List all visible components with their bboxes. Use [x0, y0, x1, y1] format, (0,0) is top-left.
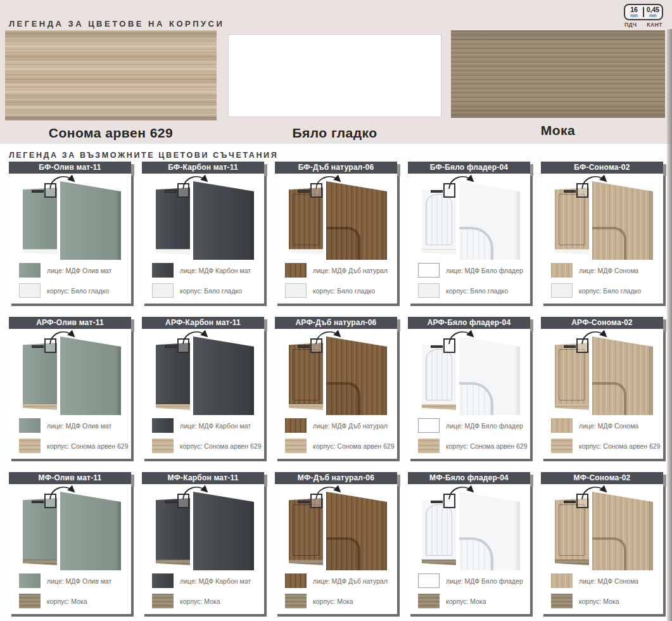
zoom-arrow-icon — [48, 328, 79, 345]
door-illustration — [9, 174, 131, 260]
korpus-legend-row: корпус: Бяло гладко — [285, 283, 397, 298]
face-color-swatch — [418, 418, 440, 433]
panel-bevel-edge — [248, 336, 254, 415]
face-label: лице: МДФ Карбон мат — [180, 422, 251, 430]
face-legend-row: лице: МДФ Сонома — [551, 263, 663, 278]
korpus-color-swatch — [551, 439, 573, 453]
door-handle — [298, 345, 310, 348]
face-label: лице: МДФ Карбон мат — [180, 577, 251, 585]
korpus-bottom-strip — [422, 249, 456, 255]
door-illustration — [275, 484, 397, 570]
korpus-color-swatch — [152, 439, 174, 453]
card-title: МФ-Олив мат-11 — [39, 473, 102, 482]
combination-card: МФ-Дъб натурал-06 — [275, 472, 397, 614]
combination-card: МФ-Карбон мат-11 — [142, 472, 264, 614]
zoom-arrow-icon — [48, 483, 79, 501]
door-handle — [564, 345, 576, 348]
face-color-swatch — [418, 573, 440, 588]
combination-card: БФ-Бяло фладер-04 — [408, 162, 530, 304]
face-legend-row: лице: МДФ Бяло фладер — [418, 418, 530, 433]
korpus-color-swatch — [551, 594, 573, 608]
card-body: лице: МДФ Бяло фладер корпус: Мока — [408, 484, 530, 614]
edge-spec-badge: 16 mm 0,45 mm ПДЧ КАНТ — [624, 4, 663, 28]
korpus-color-swatch — [418, 594, 440, 608]
korpus-legend-row: корпус: Мока — [418, 594, 530, 608]
korpus-legend-row: корпус: Бяло гладко — [418, 283, 530, 298]
combination-card: БФ-Олив мат-11 — [9, 162, 131, 304]
door-handle — [431, 345, 443, 348]
combination-card: БФ-Дъб натурал-06 — [275, 162, 397, 304]
door-handle — [165, 501, 177, 503]
zoom-arrow-icon — [48, 172, 79, 190]
zoom-arrow-icon — [580, 172, 611, 190]
korpus-bottom-strip — [23, 560, 57, 565]
face-color-swatch — [152, 263, 174, 278]
face-label: лице: МДФ Дъб натурал — [313, 577, 388, 585]
zoom-arrow-icon — [447, 483, 478, 501]
face-legend-row: лице: МДФ Дъб натурал — [285, 263, 397, 278]
card-body: лице: МДФ Сонома корпус: Сонома арвен 62… — [541, 329, 663, 459]
edge-thickness: 0,45 mm — [644, 6, 662, 18]
face-legend-row: лице: МДФ Бяло фладер — [418, 573, 530, 588]
door-handle — [298, 190, 310, 193]
panel-bevel-edge — [115, 336, 121, 415]
korpus-label: корпус: Сонома арвен 629 — [446, 442, 528, 450]
board-thickness-unit: mm — [630, 13, 638, 18]
panel-bevel-edge — [381, 492, 387, 570]
korpus-legend-row: корпус: Бяло гладко — [551, 283, 663, 298]
board-thickness-value: 16 — [630, 6, 638, 13]
korpus-color-swatch — [285, 594, 307, 608]
face-legend-row: лице: МДФ Сонома — [551, 573, 663, 588]
face-color-swatch — [551, 418, 573, 433]
combination-card: МФ-Сонома-02 — [541, 472, 663, 614]
zoom-arrow-icon — [447, 172, 478, 190]
panel-corner-detail — [326, 382, 360, 415]
korpus-bottom-strip — [156, 560, 190, 565]
card-title: БФ-Олив мат-11 — [39, 163, 101, 172]
korpus-color-swatch — [285, 283, 307, 298]
korpus-label: корпус: Бяло гладко — [47, 287, 109, 295]
face-legend-row: лице: МДФ Олив мат — [19, 263, 131, 278]
face-label: лице: МДФ Бяло фладер — [446, 577, 523, 585]
kant-label: КАНТ — [647, 22, 662, 28]
door-frame-detail — [559, 504, 585, 556]
material-closeup — [592, 181, 653, 260]
material-closeup — [459, 336, 520, 415]
korpus-label: корпус: Бяло гладко — [446, 287, 508, 295]
korpus-color-swatch — [19, 283, 41, 298]
badge-labels: ПДЧ КАНТ — [624, 22, 663, 28]
korpus-bottom-strip — [23, 249, 57, 255]
mocha-texture-image — [451, 30, 665, 118]
combination-card: МФ-Олив мат-11 — [9, 472, 131, 614]
door-illustration — [142, 329, 264, 415]
door-illustration — [275, 329, 397, 415]
card-title: АРФ-Бяло фладер-04 — [428, 318, 511, 327]
panel-corner-detail — [592, 227, 626, 260]
korpus-label: корпус: Мока — [47, 598, 87, 605]
door-illustration — [408, 174, 530, 260]
door-frame-detail — [426, 349, 452, 400]
korpus-legend-row: корпус: Сонома арвен 629 — [551, 439, 663, 453]
door-handle — [32, 190, 44, 193]
card-title: АРФ-Карбон мат-11 — [165, 318, 241, 327]
card-body: лице: МДФ Карбон мат корпус: Бяло гладко — [142, 174, 264, 304]
card-title: БФ-Дъб натурал-06 — [298, 163, 374, 172]
face-color-swatch — [19, 418, 41, 433]
combination-card: БФ-Карбон мат-11 — [142, 162, 264, 304]
korpus-legend-row: корпус: Бяло гладко — [152, 283, 264, 298]
korpus-bottom-strip — [156, 249, 190, 255]
zoom-arrow-icon — [314, 328, 345, 345]
door-illustration — [541, 484, 663, 570]
korpus-legend-row: корпус: Бяло гладко — [19, 283, 131, 298]
combination-card: МФ-Бяло фладер-04 — [408, 472, 530, 614]
face-label: лице: МДФ Олив мат — [47, 422, 111, 430]
panel-bevel-edge — [248, 181, 254, 260]
korpus-legend-row: корпус: Сонома арвен 629 — [19, 439, 131, 453]
door-handle — [431, 190, 443, 193]
door-frame-detail — [293, 194, 319, 245]
face-label: лице: МДФ Бяло фладер — [446, 267, 523, 274]
face-legend-row: лице: МДФ Карбон мат — [152, 573, 264, 588]
combination-card: БФ-Сонома-02 — [541, 162, 663, 304]
door-frame-detail — [293, 349, 319, 400]
korpus-swatch-white-smooth: Бяло гладко — [228, 34, 441, 141]
